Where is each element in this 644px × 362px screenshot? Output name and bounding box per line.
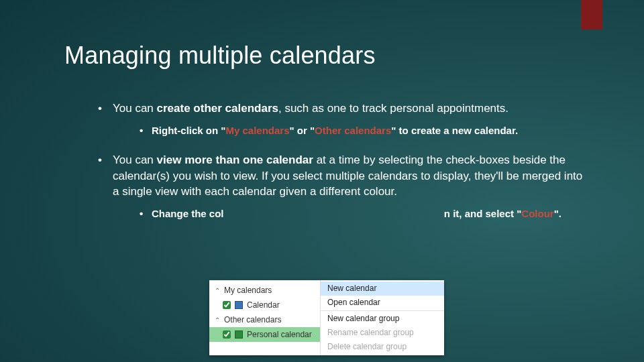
checkbox[interactable]	[223, 330, 231, 339]
checkbox[interactable]	[223, 301, 231, 309]
slide: Managing multiple calendars You can crea…	[0, 0, 644, 362]
chevron-down-icon: ⌃	[215, 316, 221, 324]
menu-item-open-calendar[interactable]: Open calendar	[321, 296, 444, 310]
slide-body: You can create other calendars, such as …	[94, 101, 584, 235]
bullet-1-sub: Right-click on "My calendars" or "Other …	[137, 123, 584, 137]
text: n it, and select "	[444, 208, 521, 219]
keyword: Colour	[521, 208, 553, 219]
keyword: Other calendars	[315, 125, 391, 136]
text: , such as one to track personal appointm…	[278, 102, 508, 115]
tree-section-my-calendars[interactable]: ⌃ My calendars	[209, 283, 320, 298]
text: " to create a new calendar.	[391, 125, 518, 136]
menu-item-rename-calendar-group: Rename calendar group	[321, 326, 444, 340]
item-label: Personal calendar	[247, 330, 312, 339]
text: " or "	[290, 125, 315, 136]
item-label: Calendar	[247, 300, 280, 310]
menu-item-new-calendar[interactable]: New calendar	[321, 282, 444, 296]
section-label: My calendars	[224, 286, 272, 295]
tree-item-calendar[interactable]: Calendar	[209, 298, 320, 312]
text: You can	[113, 102, 157, 115]
keyword: My calendars	[225, 125, 289, 136]
calendar-tree: ⌃ My calendars Calendar ⌃ Other calendar…	[209, 280, 321, 355]
color-swatch	[235, 330, 243, 339]
context-menu: New calendar Open calendar New calendar …	[321, 280, 444, 355]
menu-item-new-calendar-group[interactable]: New calendar group	[321, 312, 444, 326]
bullet-2-sub: Change the col n it, and select "Colour"…	[137, 206, 584, 221]
text-bold: create other calendars	[157, 102, 278, 115]
slide-title: Managing multiple calendars	[64, 42, 376, 70]
calendar-panel-mock: ⌃ My calendars Calendar ⌃ Other calendar…	[209, 280, 444, 355]
section-label: Other calendars	[224, 315, 281, 324]
accent-bar	[581, 0, 602, 29]
bullet-1: You can create other calendars, such as …	[94, 101, 584, 137]
chevron-down-icon: ⌃	[215, 287, 221, 294]
text: ".	[554, 208, 561, 219]
color-swatch	[235, 301, 243, 309]
tree-section-other-calendars[interactable]: ⌃ Other calendars	[209, 312, 320, 327]
menu-item-delete-calendar-group: Delete calendar group	[321, 340, 444, 354]
text: You can	[113, 154, 157, 166]
text-bold: view more than one calendar	[157, 154, 313, 166]
text: Right-click on "	[152, 125, 225, 136]
bullet-2: You can view more than one calendar at a…	[94, 152, 584, 221]
text: Change the col	[152, 208, 224, 219]
tree-item-personal-calendar[interactable]: Personal calendar	[209, 327, 320, 342]
